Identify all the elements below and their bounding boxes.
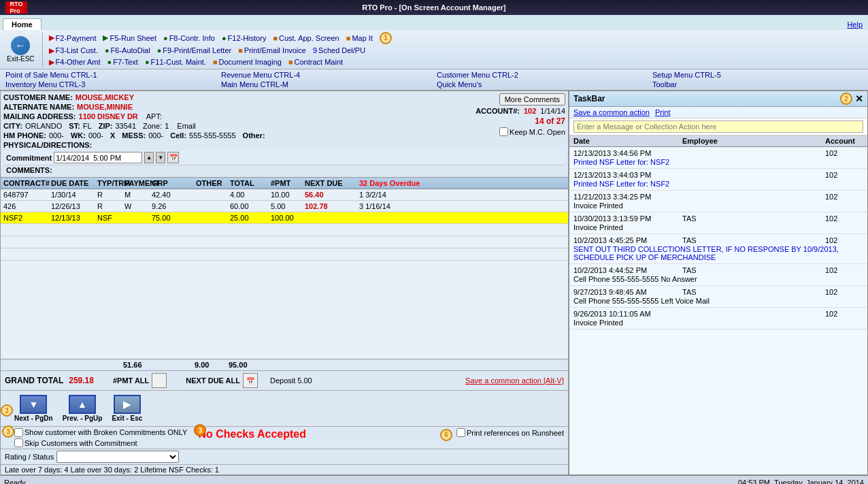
contracts-table-header: CONTRACT# DUE DATE TYP/TRM PAYMENT GRP O… [1, 178, 568, 189]
entry-date: 11/21/2013 3:34:25 PM [572, 192, 681, 201]
email-link[interactable]: Email [177, 122, 196, 130]
alt-name-label: ALTERNATE NAME: [3, 103, 74, 111]
table-row-nsf[interactable]: NSF2 12/13/13 NSF 75.00 25.00 100.00 [1, 212, 568, 224]
f12-history-button[interactable]: ● F12-History [219, 32, 269, 44]
save-common-action-link[interactable]: Save a common action [Alt-V] [465, 376, 564, 385]
contract-trm: M [123, 190, 150, 199]
entry-detail: Printed NSF Letter for: NSF2 [572, 180, 865, 189]
taskbar-badge-2: 2 [840, 93, 852, 105]
f7-text-button[interactable]: ● F7-Text [105, 57, 141, 67]
th-date: Date [572, 136, 681, 146]
contract-payment: 75.00 [150, 213, 195, 223]
quick-menu-main[interactable]: Main Menu CTRL-M [218, 80, 434, 89]
list-item[interactable]: 9/26/2013 10:11:05 AM 102 Invoice Printe… [569, 308, 867, 329]
entry-date: 9/27/2013 9:48:45 AM [572, 287, 681, 297]
no-checks-text: No Checks Accepted [198, 428, 306, 440]
print-taskbar[interactable]: Print [655, 108, 671, 116]
late-info: Late over 7 days: 4 Late over 30 days: 2… [1, 464, 568, 474]
commitment-row: Commitment ▲ ▼ 📅 [3, 150, 565, 165]
cell-label: Cell: [170, 131, 186, 140]
f9-print-email-button[interactable]: ● F9-Print/Email Letter [154, 46, 235, 56]
cust-app-screen-button[interactable]: ■ Cust. App. Screen [270, 32, 341, 44]
contract-total: 10.00 [269, 190, 303, 199]
taskbar-close-icon[interactable]: ✕ [855, 93, 863, 104]
quick-menu-pos[interactable]: Point of Sale Menu CTRL-1 [3, 70, 218, 80]
col-typ-trm: TYP/TRM [96, 178, 123, 188]
account-value: 102 [524, 107, 536, 115]
commitment-calendar-button[interactable]: 📅 [167, 152, 179, 163]
list-item[interactable]: 12/13/2013 3:44:56 PM 102 Printed NSF Le… [569, 147, 867, 169]
quick-menu-inventory[interactable]: Inventory Menu CTRL-3 [3, 80, 218, 89]
list-item[interactable]: 11/21/2013 3:34:25 PM 102 Invoice Printe… [569, 191, 867, 212]
print-references-label[interactable]: Print references on Runsheet [456, 428, 564, 437]
sched-del-pu-button[interactable]: 9 Sched Del/PU [310, 46, 368, 56]
list-item[interactable]: 9/27/2013 9:48:45 AM TAS 102 Cell Phone … [569, 286, 867, 308]
message-input[interactable] [573, 120, 863, 133]
taskbar-title: TaskBar [573, 94, 605, 103]
datetime-text: 04:53 PM Tuesday, January 14, 2014 [738, 479, 864, 485]
keep-mc-open-label[interactable]: Keep M.C. Open [499, 127, 565, 136]
contract-pmt-total [303, 213, 358, 223]
skip-commitment-checkbox[interactable] [14, 438, 23, 447]
skip-commitment-label[interactable]: Skip Customers with Commitment [14, 438, 187, 447]
f2-payment-button[interactable]: ▶ F2-Payment [46, 32, 99, 44]
st-value: FL [83, 122, 92, 130]
exit-nav-icon: ▶ [114, 395, 141, 414]
commitment-input[interactable] [54, 152, 142, 163]
f11-cust-maint-button[interactable]: ● F11-Cust. Maint. [142, 57, 209, 67]
list-item[interactable]: 10/30/2013 3:13:59 PM TAS 102 Invoice Pr… [569, 212, 867, 234]
nav-badge-3: 3 [1, 404, 13, 417]
next-due-all-button[interactable]: 📅 [243, 373, 258, 388]
exit-nav-button[interactable]: ▶ Exit - Esc [109, 393, 145, 423]
table-row[interactable]: 426 12/26/13 R W 9.26 60.00 5.00 102.78 … [1, 201, 568, 212]
quick-menus-label[interactable]: Quick Menu's [434, 80, 650, 89]
commitment-spin-down[interactable]: ▼ [156, 152, 165, 163]
app-logo: RTOPro [5, 1, 27, 14]
entry-detail: Invoice Printed [572, 223, 865, 232]
show-broken-label[interactable]: Show customer with Broken Commitments ON… [14, 428, 187, 437]
toolbar-label[interactable]: Toolbar [650, 80, 865, 89]
exit-button[interactable]: ← Exit-ESC [3, 35, 39, 64]
contract-next-due-date [358, 213, 567, 223]
f5-run-sheet-button[interactable]: ▶ F5-Run Sheet [100, 32, 158, 44]
f3-list-cust-button[interactable]: ▶ F3-List Cust. [46, 46, 101, 56]
prev-button[interactable]: ▲ Prev. - PgUp [60, 393, 105, 423]
quick-menu-customer[interactable]: Customer Menu CTRL-2 [434, 70, 650, 80]
show-broken-checkbox[interactable] [14, 428, 23, 437]
keep-mc-open-checkbox[interactable] [499, 127, 508, 136]
list-item[interactable]: 10/2/2013 4:45:25 PM TAS 102 SENT OUT TH… [569, 234, 867, 264]
map-it-button[interactable]: ■ Map It [344, 32, 375, 44]
contract-maint-button[interactable]: ■ Contract Maint [286, 57, 346, 67]
contract-next-due-date: 1 3/2/14 [358, 190, 567, 199]
f6-autodial-button[interactable]: ● F6-AutoDial [102, 46, 153, 56]
print-references-checkbox[interactable] [456, 428, 465, 437]
customer-name-value: MOUSE,MICKEY [76, 93, 134, 101]
rating-select[interactable] [56, 451, 179, 463]
list-item[interactable]: 12/13/2013 3:44:03 PM 102 Printed NSF Le… [569, 169, 867, 191]
prev-icon: ▲ [69, 395, 96, 414]
entry-detail: Cell Phone 555-555-5555 Left Voice Mail [572, 297, 865, 306]
entry-detail: Invoice Printed [572, 201, 865, 210]
next-button[interactable]: ▼ Next - PgDn [12, 393, 56, 423]
contract-due-date: 12/13/13 [50, 213, 96, 223]
entry-account: 102 [824, 148, 865, 158]
table-row[interactable]: 648797 1/30/14 R M 42.40 4.00 10.00 56.4… [1, 189, 568, 201]
more-comments-button[interactable]: More Comments [499, 93, 565, 106]
account-date: 1/14/14 [540, 107, 565, 115]
commitment-spin-up[interactable]: ▲ [144, 152, 154, 163]
save-common-action-taskbar[interactable]: Save a common action [573, 108, 650, 116]
list-item[interactable]: 10/2/2013 4:44:52 PM TAS 102 Cell Phone … [569, 264, 867, 286]
f8-contr-info-button[interactable]: ● F8-Contr. Info [161, 32, 218, 44]
print-email-invoice-button[interactable]: ■ Print/Email Invoice [235, 46, 309, 56]
pmt-all-button[interactable] [152, 373, 167, 388]
quick-menus-row: Point of Sale Menu CTRL-1 Revenue Menu C… [0, 69, 868, 91]
col-other: OTHER [195, 178, 229, 188]
document-imaging-button[interactable]: ■ Document Imaging [210, 57, 284, 67]
help-link[interactable]: Help [847, 20, 863, 29]
f4-other-amt-button[interactable]: ▶ F4-Other Amt [46, 57, 103, 67]
tab-home[interactable]: Home [3, 18, 41, 30]
quick-menu-setup[interactable]: Setup Menu CTRL-5 [650, 70, 865, 80]
quick-menu-revenue[interactable]: Revenue Menu CTRL-4 [218, 70, 434, 80]
entry-employee: TAS [681, 236, 824, 245]
zone-value: 1 [165, 122, 169, 130]
